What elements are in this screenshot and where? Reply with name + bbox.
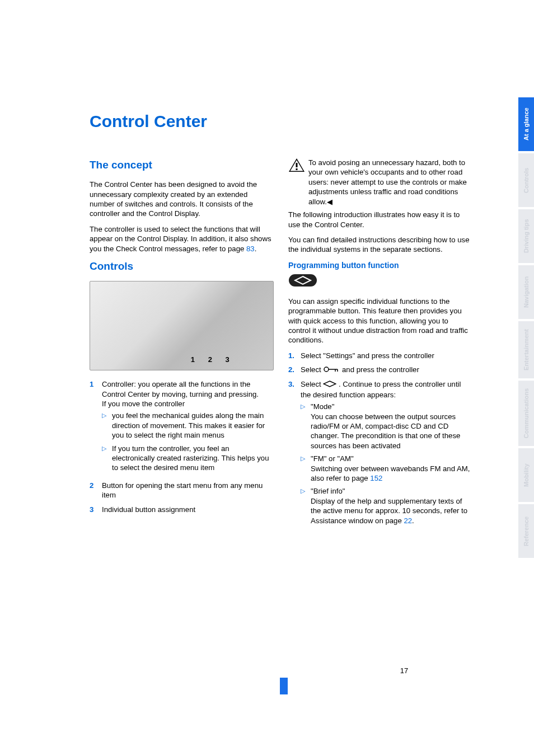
svg-point-6 — [324, 367, 329, 372]
option-brief-info: ▷ "Brief info"Display of the help and su… — [301, 486, 472, 525]
diamond-outline-icon — [323, 380, 336, 389]
triangle-bullet-icon: ▷ — [301, 486, 311, 525]
intro-para-2: You can find detailed instructions descr… — [288, 235, 472, 255]
figure-callouts: 1 2 3 — [191, 355, 235, 364]
step-1: 1. Select "Settings" and press the contr… — [288, 351, 472, 360]
heading-programming: Programming button function — [288, 260, 472, 270]
triangle-bullet-icon: ▷ — [102, 411, 112, 440]
triangle-bullet-icon: ▷ — [301, 402, 311, 450]
option-fm-am: ▷ "FM" or "AM"Switching over between wav… — [301, 454, 472, 483]
page-footer: 17 — [0, 665, 534, 694]
left-column: The concept The Control Center has been … — [90, 158, 274, 533]
triangle-bullet-icon: ▷ — [102, 444, 112, 473]
option-mode: ▷ "Mode"You can choose between the outpu… — [301, 402, 472, 450]
key-settings-icon — [323, 365, 340, 375]
tab-driving-tips[interactable]: Driving tips — [518, 207, 534, 263]
section-tabs: At a glance Controls Driving tips Naviga… — [518, 95, 534, 558]
tab-mobility[interactable]: Mobility — [518, 446, 534, 502]
controller-figure: 1 2 3 — [90, 281, 274, 370]
tab-at-a-glance[interactable]: At a glance — [518, 95, 534, 151]
tab-controls[interactable]: Controls — [518, 151, 534, 207]
page-number: 17 — [126, 666, 408, 675]
triangle-bullet-icon: ▷ — [301, 454, 311, 483]
programming-steps: 1. Select "Settings" and press the contr… — [288, 351, 472, 529]
legend-item-2: 2 Button for opening the start menu from… — [90, 481, 274, 500]
heading-concept: The concept — [90, 158, 274, 172]
heading-controls: Controls — [90, 259, 274, 273]
intro-para-1: The following introduction illustrates h… — [288, 210, 472, 229]
page-marker-bar — [280, 678, 288, 694]
svg-rect-3 — [296, 168, 298, 170]
page-ref-22[interactable]: 22 — [404, 516, 412, 525]
tab-communications[interactable]: Communications — [518, 378, 534, 446]
diamond-button-icon — [288, 274, 472, 289]
page-ref-83[interactable]: 83 — [246, 245, 255, 253]
step-3: 3. Select . Continue to press the contro… — [288, 379, 472, 529]
concept-para-1: The Control Center has been designed to … — [90, 180, 274, 219]
svg-marker-10 — [324, 381, 336, 387]
warning-icon — [288, 158, 305, 172]
svg-rect-2 — [296, 163, 298, 167]
tab-entertainment[interactable]: Entertainment — [518, 319, 534, 378]
step-2: 2. Select and press the controller — [288, 365, 472, 375]
tab-reference[interactable]: Reference — [518, 502, 534, 558]
page-ref-152[interactable]: 152 — [370, 474, 382, 482]
programming-para: You can assign specific individual funct… — [288, 297, 472, 345]
end-mark-icon: ◀ — [327, 198, 332, 206]
page-title: Control Center — [90, 112, 472, 131]
legend-item-1: 1 Controller: you operate all the functi… — [90, 379, 274, 476]
controls-legend-list: 1 Controller: you operate all the functi… — [90, 379, 274, 514]
tab-navigation[interactable]: Navigation — [518, 263, 534, 319]
legend-item-3: 3 Individual button assignment — [90, 505, 274, 514]
right-column: To avoid posing an unnecessary hazard, b… — [288, 158, 472, 533]
concept-para-2: The controller is used to select the fun… — [90, 224, 274, 253]
